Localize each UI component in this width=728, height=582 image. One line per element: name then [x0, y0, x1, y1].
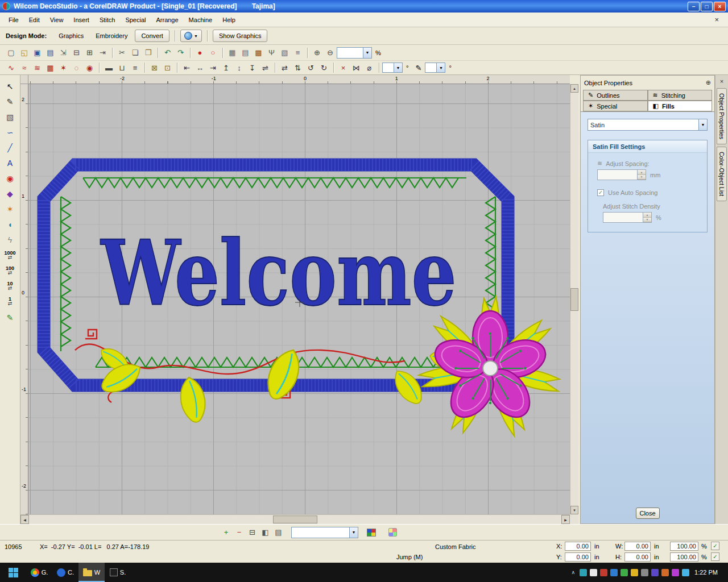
spacing-input[interactable]: ▲▼ [597, 169, 646, 180]
vertical-scrollbar[interactable]: ▲ ▼ [570, 84, 578, 514]
vertical-scroll-thumb[interactable] [570, 288, 578, 311]
offset-icon[interactable]: ⊔ [115, 61, 129, 74]
embroidery-mode-button[interactable]: Embroidery [91, 30, 132, 42]
reshape-tool[interactable]: ✎ [3, 95, 18, 108]
tray-icon[interactable] [661, 569, 669, 576]
fill-type-combobox[interactable]: Satin ▼ [588, 119, 708, 131]
show-grid-icon[interactable]: ▦ [226, 47, 239, 59]
undo-icon[interactable]: ↶ [161, 47, 174, 59]
close-button[interactable]: × [714, 2, 726, 11]
align-right-icon[interactable]: ⇥ [206, 61, 220, 74]
spin-up-icon[interactable]: ▲ [638, 170, 646, 175]
design-canvas[interactable]: Welcome [28, 84, 570, 514]
align-left-icon[interactable]: ⇤ [180, 61, 193, 74]
redwork-tool[interactable]: ◉ [3, 172, 18, 185]
tray-icon[interactable] [672, 569, 679, 576]
scroll-right-button[interactable]: ▶ [561, 515, 570, 524]
reset-icon[interactable]: ⌀ [363, 61, 376, 74]
horizontal-scrollbar[interactable]: ◀ ▶ [20, 514, 570, 524]
open-object-icon[interactable]: ○ [206, 47, 220, 59]
applique-tool[interactable]: ◖ [3, 218, 18, 231]
lettering-tool[interactable]: A [3, 156, 18, 169]
menu-item[interactable]: Stitch [94, 14, 121, 26]
mirror-vertical-icon[interactable]: ⇅ [291, 61, 304, 74]
menu-item[interactable]: File [3, 14, 24, 26]
pen-icon[interactable]: ✎ [412, 61, 425, 74]
graphics-mode-button[interactable]: Graphics [54, 30, 88, 42]
tray-icon[interactable] [590, 569, 597, 576]
box-select-tool[interactable]: ▧ [3, 110, 18, 123]
taskbar-app-s[interactable]: S. [105, 563, 131, 582]
align-top-icon[interactable]: ↥ [220, 61, 233, 74]
mirror-horizontal-icon[interactable]: ⇄ [278, 61, 291, 74]
motif-tool[interactable]: ✶ [3, 202, 18, 215]
tray-icon[interactable] [580, 569, 587, 576]
print-icon[interactable]: ⊟ [70, 47, 83, 59]
tray-icon[interactable] [641, 569, 648, 576]
taskbar-app-chrome[interactable]: G. [26, 563, 52, 582]
new-design-icon[interactable]: ▢ [5, 47, 18, 59]
redo-icon[interactable]: ↷ [174, 47, 187, 59]
maximize-button[interactable]: □ [701, 2, 713, 11]
save-design-icon[interactable]: ▣ [31, 47, 44, 59]
print-colors-button[interactable]: ⊟ [246, 526, 259, 539]
triple-run-icon[interactable]: ≈ [18, 61, 31, 74]
zoom-factor-combobox[interactable]: ▼ [337, 47, 372, 59]
add-color-button[interactable]: + [220, 526, 233, 539]
menu-item[interactable]: Arrange [151, 14, 183, 26]
menu-item[interactable]: View [45, 14, 69, 26]
copy-icon[interactable]: ❏ [129, 47, 142, 59]
chevron-down-icon[interactable]: ▼ [363, 48, 371, 58]
spin-down-icon[interactable]: ▼ [643, 218, 651, 223]
rotate-angle-input[interactable]: ▼ [382, 63, 403, 73]
tab-special[interactable]: ✶ Special [583, 101, 648, 111]
penetration-tool[interactable]: ϟ [3, 233, 18, 246]
welcome-text[interactable]: Welcome [100, 221, 457, 326]
align-bottom-icon[interactable]: ↧ [246, 61, 259, 74]
save-as-icon[interactable]: ▤ [44, 47, 57, 59]
rotate-ccw-icon[interactable]: ↺ [304, 61, 317, 74]
travel-10-tool[interactable]: 10 ⇄ [2, 279, 18, 293]
align-middle-icon[interactable]: ↕ [233, 61, 246, 74]
backstitch-icon[interactable]: ≡ [129, 61, 142, 74]
open-design-icon[interactable]: ◱ [18, 47, 31, 59]
density-input[interactable]: ▲▼ [603, 212, 652, 223]
branching-icon[interactable]: Ψ [265, 47, 278, 59]
scroll-left-button[interactable]: ◀ [20, 515, 29, 524]
travel-100-tool[interactable]: 100 ⇄ [2, 264, 18, 278]
tab-fills[interactable]: ◧ Fills [648, 101, 713, 111]
closed-object-icon[interactable]: ● [193, 47, 206, 59]
spin-down-icon[interactable]: ▼ [638, 175, 646, 180]
tray-icon[interactable] [682, 569, 689, 576]
run-stitch-icon[interactable]: ∿ [5, 61, 18, 74]
align-center-icon[interactable]: ↔ [193, 61, 206, 74]
satin-stitch-icon[interactable]: ≋ [31, 61, 44, 74]
minimize-button[interactable]: – [688, 2, 700, 11]
stitch-list-icon[interactable]: ▤ [239, 47, 252, 59]
use-auto-spacing-checkbox[interactable]: ✓ [597, 189, 604, 196]
tray-icon[interactable] [651, 569, 659, 576]
outline-icon[interactable]: ▬ [102, 61, 115, 74]
start-button[interactable] [0, 563, 26, 582]
tatami-fill-icon[interactable]: ▦ [44, 61, 57, 74]
scroll-up-button[interactable]: ▲ [570, 84, 578, 93]
insert-design-icon[interactable]: ⇲ [57, 47, 70, 59]
pin-icon[interactable]: ⊕ [706, 79, 711, 86]
contour-fill-icon[interactable]: ◌ [70, 61, 83, 74]
delete-stitch-icon[interactable]: × [337, 61, 350, 74]
apply-check-icon[interactable]: ✓ [711, 552, 719, 561]
curve-tool[interactable]: ∽ [3, 126, 18, 139]
select-tool[interactable]: ↖ [3, 80, 18, 93]
motif-fill-icon[interactable]: ✶ [57, 61, 70, 74]
dockbar-close-button[interactable]: × [720, 78, 723, 85]
scroll-down-button[interactable]: ▼ [570, 506, 578, 514]
menu-item[interactable]: Edit [24, 14, 45, 26]
knife-icon[interactable]: ⋈ [350, 61, 363, 74]
menu-item[interactable]: Special [120, 14, 151, 26]
skew-angle-input[interactable]: ▼ [425, 63, 445, 73]
thread-palette-button[interactable] [365, 526, 378, 539]
tray-expand-icon[interactable]: ∧ [571, 569, 575, 575]
tab-outlines[interactable]: ✎ Outlines [583, 90, 648, 101]
space-evenly-icon[interactable]: ⇌ [259, 61, 272, 74]
travel-1-tool[interactable]: 1 ⇄ [2, 294, 18, 309]
